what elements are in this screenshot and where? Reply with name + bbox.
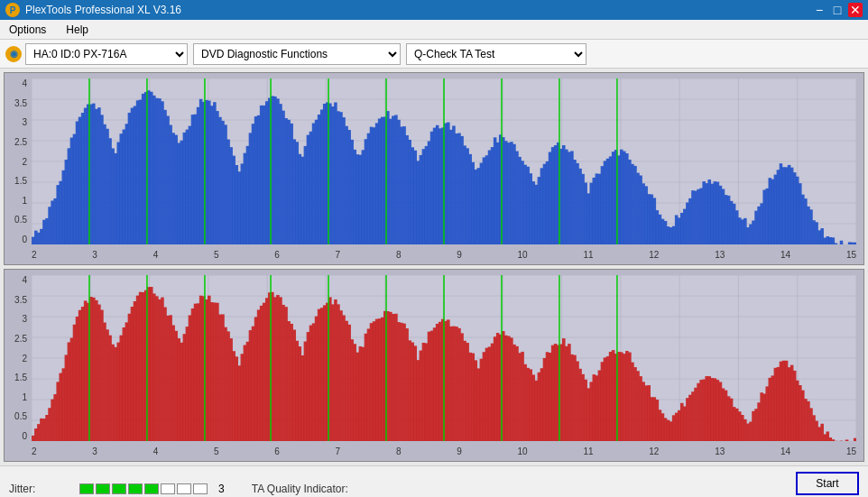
top-chart-y-labels: 4 3.5 3 2.5 2 1.5 1 0.5 0 — [5, 78, 30, 244]
progress-segment — [144, 483, 159, 494]
close-button[interactable]: ✕ — [848, 3, 863, 17]
bottom-chart-canvas — [32, 275, 856, 441]
jitter-value: 3 — [218, 483, 225, 495]
progress-segment — [128, 483, 143, 494]
bottom-chart-inner — [32, 275, 856, 441]
start-button[interactable]: Start — [796, 472, 859, 495]
top-chart-x-labels: 2 3 4 5 6 7 8 9 10 11 12 13 14 15 — [32, 246, 856, 262]
ta-quality-section: TA Quality Indicator: Good — [252, 483, 369, 498]
progress-segment — [112, 483, 126, 494]
progress-segment — [79, 483, 94, 494]
progress-segment — [193, 483, 208, 494]
test-select[interactable]: Q-Check TA Test — [406, 43, 586, 65]
bottom-chart: 4 3.5 3 2.5 2 1.5 1 0.5 0 2 3 4 5 6 7 8 … — [4, 269, 864, 462]
top-chart-canvas — [32, 78, 856, 244]
maximize-button[interactable]: □ — [830, 3, 845, 17]
top-chart: 4 3.5 3 2.5 2 1.5 1 0.5 0 2 3 4 5 6 7 8 … — [4, 72, 864, 265]
ta-quality-label: TA Quality Indicator: — [252, 483, 369, 495]
device-select[interactable]: HA:0 ID:0 PX-716A — [25, 43, 188, 65]
menu-help[interactable]: Help — [60, 22, 94, 38]
progress-segment — [96, 483, 110, 494]
charts-area: 4 3.5 3 2.5 2 1.5 1 0.5 0 2 3 4 5 6 7 8 … — [0, 69, 868, 465]
minimize-button[interactable]: − — [812, 3, 826, 17]
top-chart-inner — [32, 78, 856, 244]
menu-bar: Options Help — [0, 20, 868, 40]
progress-segment — [161, 483, 175, 494]
jitter-label: Jitter: — [9, 483, 72, 495]
device-icon: ◉ — [5, 46, 22, 62]
progress-segment — [177, 483, 191, 494]
status-panel: Jitter: 3 Peak Shift: 4 TA Quality Indic… — [0, 465, 868, 497]
menu-options[interactable]: Options — [4, 22, 51, 38]
start-section: Start i — [796, 472, 859, 498]
jitter-progress — [79, 483, 208, 494]
bottom-chart-x-labels: 2 3 4 5 6 7 8 9 10 11 12 13 14 15 — [32, 443, 856, 459]
jitter-item: Jitter: 3 — [9, 483, 225, 495]
title-bar-controls: − □ ✕ — [812, 3, 863, 17]
toolbar: ◉ HA:0 ID:0 PX-716A DVD Diagnostic Funct… — [0, 40, 868, 69]
title-bar: P PlexTools Professional XL V3.16 − □ ✕ — [0, 0, 868, 20]
app-icon: P — [5, 3, 20, 17]
stat-row: Jitter: 3 Peak Shift: 4 — [9, 483, 225, 498]
app-title: PlexTools Professional XL V3.16 — [25, 4, 181, 16]
device-selector-group: ◉ HA:0 ID:0 PX-716A — [5, 43, 188, 65]
function-select[interactable]: DVD Diagnostic Functions — [193, 43, 401, 65]
bottom-chart-y-labels: 4 3.5 3 2.5 2 1.5 1 0.5 0 — [5, 275, 30, 441]
title-bar-left: P PlexTools Professional XL V3.16 — [5, 3, 181, 17]
